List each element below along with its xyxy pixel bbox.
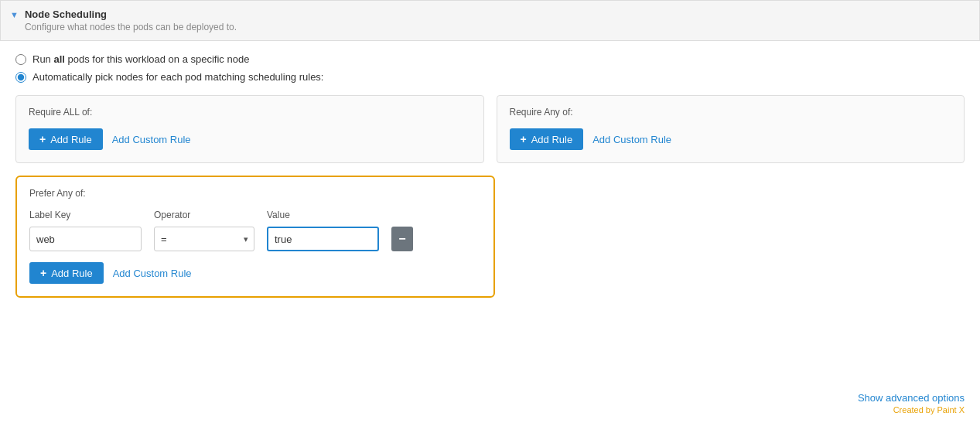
require-all-actions: + Add Rule Add Custom Rule xyxy=(29,128,471,150)
section-header-text: Node Scheduling Configure what nodes the… xyxy=(25,9,237,32)
col-header-value: Value xyxy=(267,210,379,220)
require-all-panel: Require ALL of: + Add Rule Add Custom Ru… xyxy=(15,95,484,163)
plus-icon-1: + xyxy=(39,133,46,145)
chevron-icon: ▼ xyxy=(10,10,19,19)
rule-row: = != In NotIn Exists DoesNotExist ▾ − xyxy=(29,227,481,251)
remove-rule-button[interactable]: − xyxy=(391,227,413,251)
rule-table-headers: Label Key Operator Value xyxy=(29,210,481,220)
radio-auto-pick-label[interactable]: Automatically pick nodes for each pod ma… xyxy=(32,71,324,83)
require-all-add-rule-button[interactable]: + Add Rule xyxy=(29,128,103,150)
operator-select-wrapper: = != In NotIn Exists DoesNotExist ▾ xyxy=(154,227,254,251)
section-title: Node Scheduling xyxy=(25,9,237,20)
show-advanced-link[interactable]: Show advanced options xyxy=(858,392,965,404)
require-all-add-custom-rule-button[interactable]: Add Custom Rule xyxy=(112,134,191,145)
label-key-input[interactable] xyxy=(29,227,142,251)
require-any-add-custom-rule-button[interactable]: Add Custom Rule xyxy=(592,134,671,145)
require-any-title: Require Any of: xyxy=(510,107,952,118)
require-all-title: Require ALL of: xyxy=(29,107,471,118)
prefer-any-title: Prefer Any of: xyxy=(29,188,481,199)
prefer-any-actions: + Add Rule Add Custom Rule xyxy=(29,262,481,284)
minus-icon: − xyxy=(398,232,405,246)
require-any-add-rule-button[interactable]: + Add Rule xyxy=(510,128,584,150)
radio-group: Run all pods for this workload on a spec… xyxy=(15,53,965,83)
col-header-operator: Operator xyxy=(154,210,254,220)
page-footer: Show advanced options Created by Paint X xyxy=(858,392,965,415)
radio-run-all[interactable] xyxy=(15,54,26,65)
require-any-panel: Require Any of: + Add Rule Add Custom Ru… xyxy=(497,95,965,163)
radio-run-all-label[interactable]: Run all pods for this workload on a spec… xyxy=(32,53,249,65)
created-by-label: Created by Paint X xyxy=(893,405,965,414)
prefer-any-add-rule-button[interactable]: + Add Rule xyxy=(29,262,104,284)
value-input[interactable] xyxy=(267,227,379,251)
all-bold: all xyxy=(53,53,64,65)
plus-icon-2: + xyxy=(521,133,527,145)
content-area: Run all pods for this workload on a spec… xyxy=(0,41,980,322)
prefer-any-panel: Prefer Any of: Label Key Operator Value … xyxy=(15,176,495,298)
prefer-any-add-rule-label: Add Rule xyxy=(51,268,92,279)
radio-auto-pick[interactable] xyxy=(15,72,26,83)
col-header-label-key: Label Key xyxy=(29,210,142,220)
section-description: Configure what nodes the pods can be dep… xyxy=(25,22,237,32)
section-header: ▼ Node Scheduling Configure what nodes t… xyxy=(0,0,980,41)
require-all-add-rule-label: Add Rule xyxy=(50,134,91,145)
radio-option-2: Automatically pick nodes for each pod ma… xyxy=(15,71,965,83)
plus-icon-3: + xyxy=(40,267,46,279)
prefer-any-add-custom-rule-button[interactable]: Add Custom Rule xyxy=(113,268,192,279)
require-any-add-rule-label: Add Rule xyxy=(531,134,572,145)
radio-option-1: Run all pods for this workload on a spec… xyxy=(15,53,965,65)
require-any-actions: + Add Rule Add Custom Rule xyxy=(510,128,952,150)
page-container: ▼ Node Scheduling Configure what nodes t… xyxy=(0,0,980,322)
rule-panels-row: Require ALL of: + Add Rule Add Custom Ru… xyxy=(15,95,965,163)
operator-select[interactable]: = != In NotIn Exists DoesNotExist xyxy=(154,227,254,251)
